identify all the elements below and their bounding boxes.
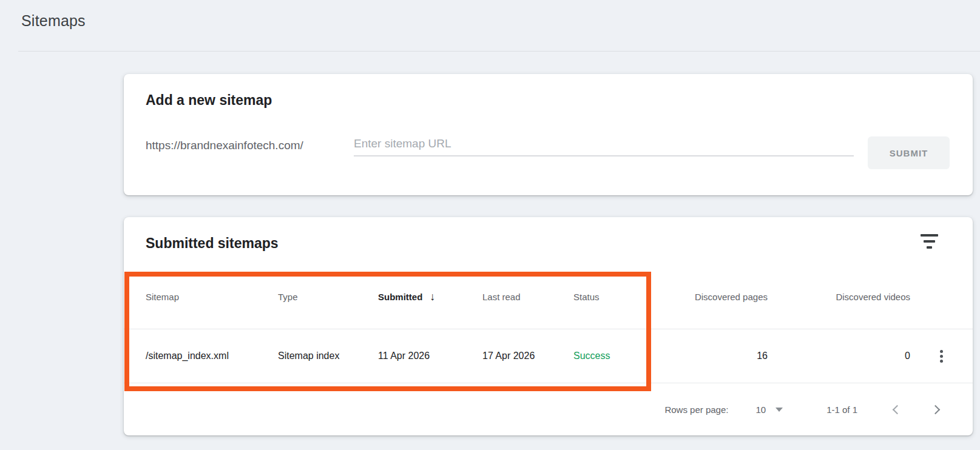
filter-bar xyxy=(924,240,935,243)
status-badge: Success xyxy=(573,351,677,361)
header-divider xyxy=(18,51,980,52)
column-header-sitemap[interactable]: Sitemap xyxy=(146,292,278,302)
page-title: Sitemaps xyxy=(21,12,86,30)
row-menu-kebab-icon[interactable] xyxy=(931,346,952,366)
sitemap-url-input[interactable] xyxy=(354,132,854,156)
column-header-submitted[interactable]: Submitted ↓ xyxy=(378,290,482,303)
cell-discovered-videos: 0 xyxy=(768,351,910,361)
table-row[interactable]: /sitemap_index.xml Sitemap index 11 Apr … xyxy=(124,329,973,383)
table-pagination: Rows per page: 10 1-1 of 1 xyxy=(124,383,973,435)
rows-per-page-value[interactable]: 10 xyxy=(755,405,766,415)
column-header-status[interactable]: Status xyxy=(573,292,677,302)
filter-icon[interactable] xyxy=(920,234,938,250)
previous-page-icon[interactable] xyxy=(893,405,902,414)
submitted-sitemaps-card: Submitted sitemaps Sitemap Type Submitte… xyxy=(124,217,973,435)
cell-sitemap[interactable]: /sitemap_index.xml xyxy=(146,351,278,361)
table-header-row: Sitemap Type Submitted ↓ Last read Statu… xyxy=(124,265,973,329)
cell-discovered-pages: 16 xyxy=(677,351,768,361)
submitted-sitemaps-heading: Submitted sitemaps xyxy=(146,235,279,252)
pagination-range-label: 1-1 of 1 xyxy=(826,405,857,415)
column-header-last-read[interactable]: Last read xyxy=(482,292,573,302)
column-header-discovered-videos[interactable]: Discovered videos xyxy=(768,292,910,302)
cell-type: Sitemap index xyxy=(278,351,378,361)
filter-bar xyxy=(921,234,938,237)
cell-submitted: 11 Apr 2026 xyxy=(378,351,482,361)
add-sitemap-heading: Add a new sitemap xyxy=(146,92,272,109)
sort-descending-icon: ↓ xyxy=(430,290,435,303)
next-page-icon[interactable] xyxy=(931,405,941,414)
add-sitemap-card: Add a new sitemap https://brandnexainfot… xyxy=(124,74,973,195)
site-url-prefix: https://brandnexainfotech.com/ xyxy=(146,139,303,152)
column-header-discovered-pages[interactable]: Discovered pages xyxy=(677,292,768,302)
rows-per-page-dropdown-icon[interactable] xyxy=(776,408,783,412)
filter-bar xyxy=(927,246,932,249)
column-header-submitted-label: Submitted xyxy=(378,292,422,302)
column-header-type[interactable]: Type xyxy=(278,292,378,302)
cell-last-read: 17 Apr 2026 xyxy=(482,351,573,361)
rows-per-page-label: Rows per page: xyxy=(664,405,728,415)
submit-button[interactable]: SUBMIT xyxy=(868,136,950,169)
